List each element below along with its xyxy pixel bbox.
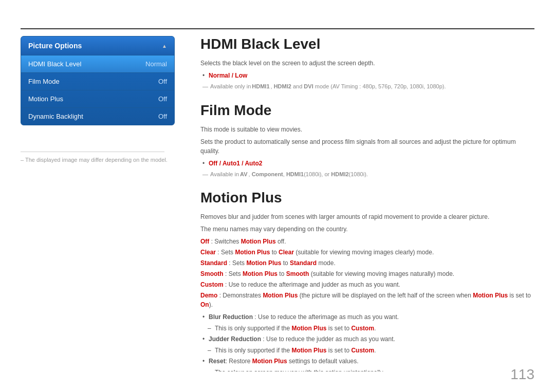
hdmi-options-text: Normal / Low: [209, 72, 247, 79]
reset-dash-1: The colour on screen may vary with this …: [215, 368, 534, 371]
hdmi-avail-note: Available only in HDMI1, HDMI2 and DVI m…: [202, 82, 534, 91]
menu-item-film[interactable]: Film Mode Off: [21, 73, 174, 90]
judder-reduction-item: Judder Reduction : Use to reduce the jud…: [209, 334, 534, 344]
hdmi-desc: Selects the black level on the screen to…: [200, 59, 534, 68]
motion-section-title: Motion Plus: [200, 190, 534, 206]
hdmi-options: Normal / Low: [209, 71, 534, 80]
motion-item-smooth: Smooth : Sets Motion Plus to Smooth (sui…: [200, 269, 534, 278]
menu-item-value: Off: [158, 95, 167, 103]
motion-item-clear: Clear : Sets Motion Plus to Clear (suita…: [200, 248, 534, 257]
motion-item-standard: Standard : Sets Motion Plus to Standard …: [200, 258, 534, 268]
judder-reduction-dash: This is only supported if the Motion Plu…: [215, 346, 534, 355]
menu-item-label: HDMI Black Level: [28, 60, 81, 68]
main-content: HDMI Black Level Selects the black level…: [200, 36, 534, 371]
film-options-text: Off / Auto1 / Auto2: [209, 160, 262, 167]
menu-item-label: Dynamic Backlight: [28, 113, 83, 120]
note-text: – The displayed image may differ dependi…: [21, 157, 168, 163]
motion-item-custom: Custom : Use to reduce the afterimage an…: [200, 280, 534, 289]
blur-reduction-item: Blur Reduction : Use to reduce the after…: [209, 312, 534, 322]
menu-item-label: Film Mode: [28, 78, 60, 85]
menu-item-motion[interactable]: Motion Plus Off: [21, 90, 174, 108]
menu-item-value: Off: [158, 113, 167, 120]
menu-header-arrow: ▲: [162, 43, 167, 49]
menu-box: Picture Options ▲ HDMI Black Level Norma…: [21, 36, 175, 125]
film-desc1: This mode is suitable to view movies.: [200, 125, 534, 134]
menu-item-dynamic[interactable]: Dynamic Backlight Off: [21, 108, 174, 125]
menu-item-value: Off: [158, 78, 167, 85]
menu-item-hdmi[interactable]: HDMI Black Level Normal: [21, 55, 174, 73]
motion-item-off: Off : Switches Motion Plus off.: [200, 237, 534, 246]
reset-item: Reset: Restore Motion Plus settings to d…: [209, 357, 534, 366]
motion-item-demo: Demo : Demonstrates Motion Plus (the pic…: [200, 291, 534, 309]
left-panel: Picture Options ▲ HDMI Black Level Norma…: [21, 36, 175, 125]
film-section-title: Film Mode: [200, 102, 534, 119]
divider-line: [21, 152, 164, 152]
motion-desc2: The menu names may vary depending on the…: [200, 225, 534, 234]
film-options: Off / Auto1 / Auto2: [209, 159, 534, 168]
top-border: [21, 28, 534, 29]
page-number: 113: [510, 366, 534, 383]
film-desc2: Sets the product to automatically sense …: [200, 137, 534, 156]
menu-item-value: Normal: [145, 60, 167, 68]
menu-title: Picture Options: [28, 42, 82, 50]
hdmi-section-title: HDMI Black Level: [200, 36, 534, 52]
menu-header: Picture Options ▲: [21, 36, 174, 55]
motion-desc1: Removes blur and judder from scenes with…: [200, 212, 534, 221]
menu-item-label: Motion Plus: [28, 95, 63, 103]
film-avail-note: Available in AV, Component, HDMI1(1080i)…: [202, 170, 534, 179]
blur-reduction-dash: This is only supported if the Motion Plu…: [215, 324, 534, 333]
